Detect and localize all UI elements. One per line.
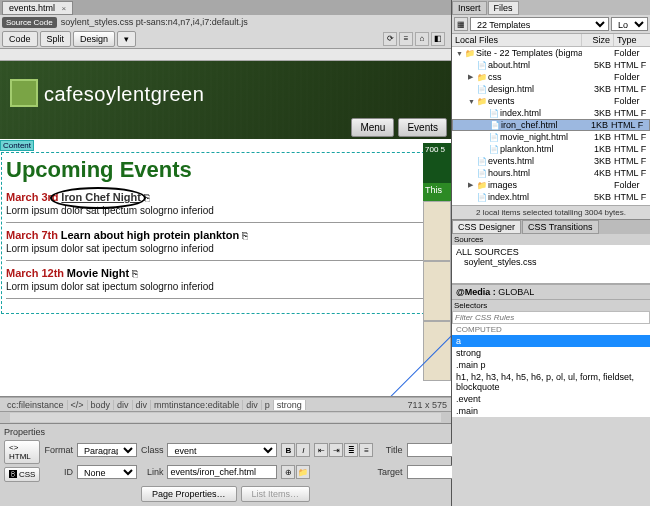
- file-tree-row[interactable]: 📄design.html3KBHTML F: [452, 83, 650, 95]
- file-type: Folder: [614, 48, 650, 58]
- selector-item[interactable]: .main p: [452, 359, 650, 371]
- canvas-dimensions: 711 x 575: [407, 400, 447, 410]
- split-view-button[interactable]: Split: [40, 31, 72, 47]
- file-tree-row[interactable]: ▶📁imagesFolder: [452, 179, 650, 191]
- css-transitions-tab[interactable]: CSS Transitions: [522, 220, 599, 234]
- file-tree-row[interactable]: ▶📁cssFolder: [452, 71, 650, 83]
- id-select[interactable]: None: [77, 465, 137, 479]
- close-icon[interactable]: ×: [62, 4, 67, 13]
- italic-icon[interactable]: I: [296, 443, 310, 457]
- tag-crumb[interactable]: p: [262, 400, 274, 410]
- id-label: ID: [44, 467, 73, 477]
- source-code-button[interactable]: Source Code: [2, 17, 57, 28]
- file-tree-row[interactable]: 📄iron_chef.html1KBHTML F: [452, 119, 650, 131]
- page-properties-button[interactable]: Page Properties…: [141, 486, 237, 502]
- event-title[interactable]: Movie Night: [67, 267, 129, 279]
- bold-icon[interactable]: B: [281, 443, 295, 457]
- css-mode-button[interactable]: 🅱 CSS: [4, 467, 40, 482]
- tag-selector-strip[interactable]: cc:fileinstance </> body div div mmtinst…: [0, 397, 451, 411]
- ul-icon[interactable]: ≣: [344, 443, 358, 457]
- list-items-button: List Items…: [241, 486, 311, 502]
- event-body[interactable]: Lorm ipsum dolor sat ipectum sologrno in…: [6, 205, 445, 216]
- file-tree-row[interactable]: 📄about.html5KBHTML F: [452, 59, 650, 71]
- indent-icon[interactable]: ⇥: [329, 443, 343, 457]
- file-tree-row[interactable]: ▼📁Site - 22 Templates (bigma…Folder: [452, 47, 650, 59]
- files-tab[interactable]: Files: [488, 1, 519, 15]
- horizontal-scrollbar[interactable]: [0, 411, 451, 423]
- toolbar-icon-3[interactable]: ⌂: [415, 32, 429, 46]
- link-input[interactable]: [167, 465, 277, 479]
- toolbar-icon-1[interactable]: ⟳: [383, 32, 397, 46]
- tag-crumb[interactable]: strong: [274, 400, 306, 410]
- event-date[interactable]: March 12th: [6, 267, 64, 279]
- css-designer-tab[interactable]: CSS Designer: [452, 220, 521, 234]
- tag-crumb[interactable]: div: [243, 400, 262, 410]
- file-tree-row[interactable]: 📄events.html3KBHTML F: [452, 155, 650, 167]
- selector-item[interactable]: .event: [452, 393, 650, 405]
- disclosure-icon[interactable]: ▶: [468, 181, 476, 189]
- toolbar-icon-2[interactable]: ≡: [399, 32, 413, 46]
- site-header: cafesoylentgreen Menu Events: [0, 61, 451, 139]
- editable-content-region[interactable]: Upcoming Events March 3rd Iron Chef Nigh…: [1, 152, 450, 314]
- tag-crumb[interactable]: cc:fileinstance: [4, 400, 68, 410]
- selector-item[interactable]: .main: [452, 405, 650, 417]
- tag-crumb[interactable]: </>: [68, 400, 88, 410]
- toolbar-icon-4[interactable]: ◧: [431, 32, 445, 46]
- design-canvas[interactable]: cafesoylentgreen Menu Events Content Upc…: [0, 61, 451, 397]
- document-tab[interactable]: events.html ×: [2, 1, 73, 15]
- nav-menu-button[interactable]: Menu: [351, 118, 394, 137]
- event-body[interactable]: Lorm ipsum dolor sat ipectum sologrno in…: [6, 281, 445, 292]
- file-icon: 📁: [476, 73, 488, 82]
- file-tree-row[interactable]: 📄index.html3KBHTML F: [452, 107, 650, 119]
- event-body[interactable]: Lorm ipsum dolor sat ipectum sologrno in…: [6, 243, 445, 254]
- filter-css-input[interactable]: [452, 311, 650, 324]
- file-name: css: [488, 72, 582, 82]
- site-select[interactable]: 22 Templates: [470, 17, 609, 31]
- tag-crumb[interactable]: div: [114, 400, 133, 410]
- media-value[interactable]: GLOBAL: [498, 287, 534, 297]
- view-select[interactable]: Lo: [611, 17, 648, 31]
- class-select[interactable]: event: [167, 443, 277, 457]
- design-dropdown-icon[interactable]: ▾: [117, 31, 136, 47]
- logo-icon: [10, 79, 38, 107]
- selector-item[interactable]: strong: [452, 347, 650, 359]
- event-title-link[interactable]: Iron Chef Night: [61, 191, 140, 203]
- all-sources-label[interactable]: ALL SOURCES: [456, 247, 646, 257]
- page-heading[interactable]: Upcoming Events: [6, 157, 445, 183]
- source-file-item[interactable]: soylent_styles.css: [456, 257, 646, 267]
- selector-item[interactable]: h1, h2, h3, h4, h5, h6, p, ol, ul, form,…: [452, 371, 650, 393]
- file-tree-row[interactable]: 📄plankton.html1KBHTML F: [452, 143, 650, 155]
- nav-events-button[interactable]: Events: [398, 118, 447, 137]
- selectors-list[interactable]: COMPUTEDastrong.main ph1, h2, h3, h4, h5…: [452, 324, 650, 417]
- related-files[interactable]: soylent_styles.css pt-sans:n4,n7,i4,i7:d…: [61, 17, 248, 27]
- file-tree-row[interactable]: ▼📁eventsFolder: [452, 95, 650, 107]
- tag-crumb[interactable]: mmtinstance:editable: [151, 400, 243, 410]
- file-size: 4KB: [582, 168, 614, 178]
- file-tree-row[interactable]: 📄index.html5KBHTML F: [452, 191, 650, 203]
- file-tree[interactable]: ▼📁Site - 22 Templates (bigma…Folder📄abou…: [452, 47, 650, 205]
- browse-folder-icon[interactable]: 📁: [296, 465, 310, 479]
- disclosure-icon[interactable]: ▼: [468, 98, 476, 105]
- event-date[interactable]: March 7th: [6, 229, 58, 241]
- format-select[interactable]: Paragraph: [77, 443, 137, 457]
- tag-crumb[interactable]: body: [88, 400, 115, 410]
- file-size: 5KB: [582, 192, 614, 202]
- html-mode-button[interactable]: <> HTML: [4, 440, 40, 464]
- selector-item[interactable]: a: [452, 335, 650, 347]
- event-date[interactable]: March 3rd: [6, 191, 59, 203]
- disclosure-icon[interactable]: ▶: [468, 73, 476, 81]
- tag-crumb[interactable]: div: [133, 400, 152, 410]
- divider: [6, 260, 445, 261]
- point-to-file-icon[interactable]: ⊕: [281, 465, 295, 479]
- code-view-button[interactable]: Code: [2, 31, 38, 47]
- outdent-icon[interactable]: ⇤: [314, 443, 328, 457]
- ol-icon[interactable]: ≡: [359, 443, 373, 457]
- design-view-button[interactable]: Design: [73, 31, 115, 47]
- file-tree-row[interactable]: 📄hours.html4KBHTML F: [452, 167, 650, 179]
- selector-item[interactable]: COMPUTED: [452, 324, 650, 335]
- file-tree-row[interactable]: 📄movie_night.html1KBHTML F: [452, 131, 650, 143]
- disclosure-icon[interactable]: ▼: [456, 50, 464, 57]
- site-icon[interactable]: ▦: [454, 17, 468, 31]
- event-title[interactable]: Learn about high protein plankton: [61, 229, 239, 241]
- insert-tab[interactable]: Insert: [452, 1, 487, 15]
